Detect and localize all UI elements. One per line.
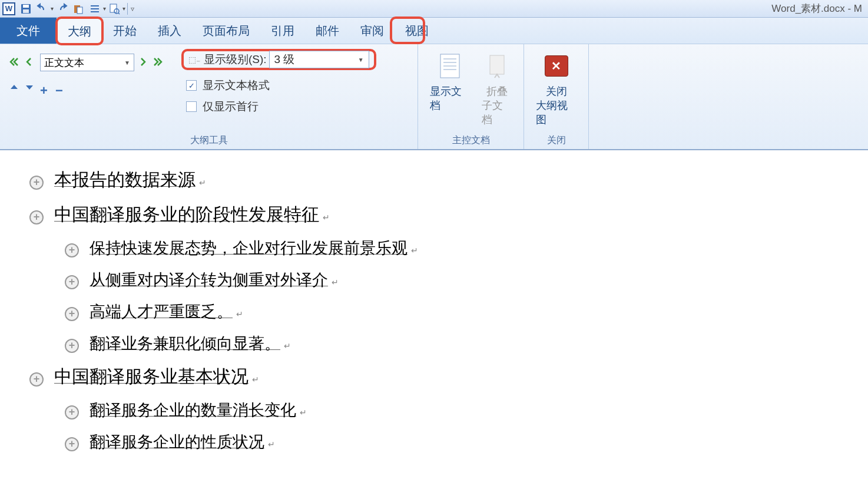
outline-expand-icon[interactable]: + bbox=[65, 275, 79, 289]
paragraph-mark: ↵ bbox=[252, 375, 259, 384]
outline-text[interactable]: 本报告的数据来源 bbox=[54, 168, 196, 192]
show-level-control: ⬚₋ 显示级别(S): 3 级 ▼ bbox=[181, 49, 376, 70]
outline-item[interactable]: + 保持快速发展态势，企业对行业发展前景乐观↵ bbox=[12, 237, 856, 259]
spacing-icon[interactable] bbox=[88, 2, 102, 16]
outline-expand-icon[interactable]: + bbox=[29, 210, 44, 224]
group-master-document: 显示文档 折叠 子文档 主控文档 bbox=[418, 44, 524, 149]
promote-icon[interactable] bbox=[25, 57, 37, 68]
outline-text[interactable]: 中国翻译服务业的阶段性发展特征 bbox=[54, 203, 319, 227]
svg-rect-1 bbox=[23, 5, 29, 8]
collapse-subdoc-label2: 子文档 bbox=[482, 98, 512, 127]
tab-home[interactable]: 开始 bbox=[102, 18, 147, 44]
group-close: ✕ 关闭 大纲视图 关闭 bbox=[524, 44, 589, 149]
first-line-checkbox[interactable]: 仅显示首行 bbox=[186, 96, 376, 117]
paragraph-mark: ↵ bbox=[199, 178, 206, 187]
tab-review[interactable]: 审阅 bbox=[350, 18, 395, 44]
show-level-label: 显示级别(S): bbox=[204, 52, 267, 67]
redo-icon[interactable] bbox=[55, 2, 69, 16]
outline-expand-icon[interactable]: + bbox=[29, 372, 44, 387]
close-outline-button[interactable]: ✕ 关闭 大纲视图 bbox=[530, 48, 582, 130]
ribbon-tabs: 文件 大纲 开始 插入 页面布局 引用 邮件 审阅 视图 bbox=[0, 18, 868, 44]
qat-separator bbox=[127, 3, 128, 15]
paragraph-mark: ↵ bbox=[411, 246, 418, 255]
group-label-outline-tools: 大纲工具 bbox=[6, 132, 412, 147]
outline-expand-icon[interactable]: + bbox=[65, 307, 79, 321]
group-label-master-doc: 主控文档 bbox=[424, 132, 518, 147]
close-label1: 关闭 bbox=[546, 84, 567, 98]
paragraph-mark: ↵ bbox=[284, 341, 291, 351]
collapse-icon[interactable]: − bbox=[55, 83, 67, 94]
svg-rect-16 bbox=[490, 55, 504, 74]
paragraph-mark: ↵ bbox=[268, 440, 275, 449]
outline-item[interactable]: + 从侧重对内译介转为侧重对外译介↵ bbox=[12, 269, 856, 290]
paragraph-mark: ↵ bbox=[236, 309, 243, 319]
checkbox-checked-icon: ✓ bbox=[186, 80, 197, 91]
outline-text[interactable]: 翻译服务企业的数量消长变化 bbox=[90, 399, 296, 421]
outline-expand-icon[interactable]: + bbox=[65, 243, 79, 257]
outline-item[interactable]: + 中国翻译服务业的阶段性发展特征↵ bbox=[12, 203, 856, 227]
outline-expand-icon[interactable]: + bbox=[65, 405, 79, 420]
outline-item[interactable]: + 翻译服务企业的数量消长变化↵ bbox=[12, 399, 856, 421]
demote-icon[interactable] bbox=[138, 57, 150, 68]
collapse-subdoc-button: 折叠 子文档 bbox=[476, 48, 518, 130]
tab-outline[interactable]: 大纲 bbox=[57, 18, 102, 44]
undo-icon[interactable] bbox=[35, 2, 49, 16]
outline-item[interactable]: + 本报告的数据来源↵ bbox=[12, 168, 856, 192]
paste-icon[interactable] bbox=[71, 2, 85, 16]
tab-references[interactable]: 引用 bbox=[260, 18, 305, 44]
group-label-close: 关闭 bbox=[530, 132, 582, 147]
outline-text[interactable]: 高端人才严重匮乏。 bbox=[90, 301, 233, 322]
save-icon[interactable] bbox=[19, 2, 33, 16]
outline-item[interactable]: + 翻译业务兼职化倾向显著。↵ bbox=[12, 333, 856, 354]
move-down-icon[interactable] bbox=[25, 83, 37, 94]
show-formatting-checkbox[interactable]: ✓ 显示文本格式 bbox=[186, 75, 376, 96]
window-title: Word_素材.docx - M bbox=[771, 2, 862, 15]
outline-level-combo[interactable]: 正文文本 ▼ bbox=[40, 54, 134, 71]
tab-view[interactable]: 视图 bbox=[395, 18, 439, 44]
outline-expand-icon[interactable]: + bbox=[65, 437, 79, 451]
move-up-icon[interactable] bbox=[9, 83, 21, 94]
show-document-button[interactable]: 显示文档 bbox=[424, 48, 476, 116]
paragraph-mark: ↵ bbox=[300, 408, 307, 417]
svg-rect-2 bbox=[23, 9, 29, 13]
tab-file[interactable]: 文件 bbox=[0, 18, 57, 44]
group-outline-tools: 正文文本 ▼ + − ⬚₋ 显示级别(S): bbox=[0, 44, 418, 149]
collapse-subdoc-label1: 折叠 bbox=[486, 84, 508, 98]
promote-to-heading1-icon[interactable] bbox=[9, 57, 21, 68]
svg-line-10 bbox=[118, 13, 120, 14]
close-icon: ✕ bbox=[542, 51, 571, 81]
outline-text[interactable]: 翻译业务兼职化倾向显著。 bbox=[90, 333, 280, 354]
first-line-label: 仅显示首行 bbox=[203, 99, 259, 114]
show-level-combo[interactable]: 3 级 ▼ bbox=[269, 51, 369, 68]
tab-insert[interactable]: 插入 bbox=[147, 18, 192, 44]
tab-mailings[interactable]: 邮件 bbox=[305, 18, 350, 44]
show-level-icon: ⬚₋ bbox=[188, 55, 200, 64]
outline-text[interactable]: 从侧重对内译介转为侧重对外译介 bbox=[90, 269, 328, 290]
paragraph-mark: ↵ bbox=[332, 278, 339, 287]
chevron-down-icon: ▼ bbox=[124, 60, 130, 66]
show-document-icon bbox=[435, 51, 465, 81]
outline-item[interactable]: + 高端人才严重匮乏。↵ bbox=[12, 301, 856, 322]
tab-layout[interactable]: 页面布局 bbox=[192, 18, 260, 44]
expand-icon[interactable]: + bbox=[40, 83, 52, 94]
outline-item[interactable]: + 翻译服务企业的性质状况↵ bbox=[12, 431, 856, 453]
outline-item[interactable]: + 中国翻译服务业基本状况↵ bbox=[12, 365, 856, 389]
show-level-value: 3 级 bbox=[274, 52, 295, 67]
word-app-icon[interactable]: W bbox=[2, 2, 15, 15]
outline-text[interactable]: 中国翻译服务业基本状况 bbox=[54, 365, 249, 389]
checkbox-unchecked-icon bbox=[186, 101, 197, 112]
outline-expand-icon[interactable]: + bbox=[29, 176, 44, 190]
show-formatting-label: 显示文本格式 bbox=[203, 78, 270, 93]
outline-expand-icon[interactable]: + bbox=[65, 339, 79, 353]
demote-to-body-icon[interactable] bbox=[153, 57, 165, 68]
paragraph-mark: ↵ bbox=[323, 213, 330, 222]
outline-level-value: 正文文本 bbox=[44, 56, 84, 70]
close-label2: 大纲视图 bbox=[536, 98, 577, 127]
chevron-down-icon: ▼ bbox=[358, 57, 364, 63]
outline-text[interactable]: 保持快速发展态势，企业对行业发展前景乐观 bbox=[90, 237, 408, 259]
outline-text[interactable]: 翻译服务企业的性质状况 bbox=[90, 431, 264, 453]
svg-rect-4 bbox=[77, 7, 82, 14]
print-preview-icon[interactable] bbox=[107, 2, 121, 16]
show-document-label: 显示文档 bbox=[430, 84, 470, 113]
document-area[interactable]: + 本报告的数据来源↵ + 中国翻译服务业的阶段性发展特征↵ + 保持快速发展态… bbox=[0, 150, 868, 481]
